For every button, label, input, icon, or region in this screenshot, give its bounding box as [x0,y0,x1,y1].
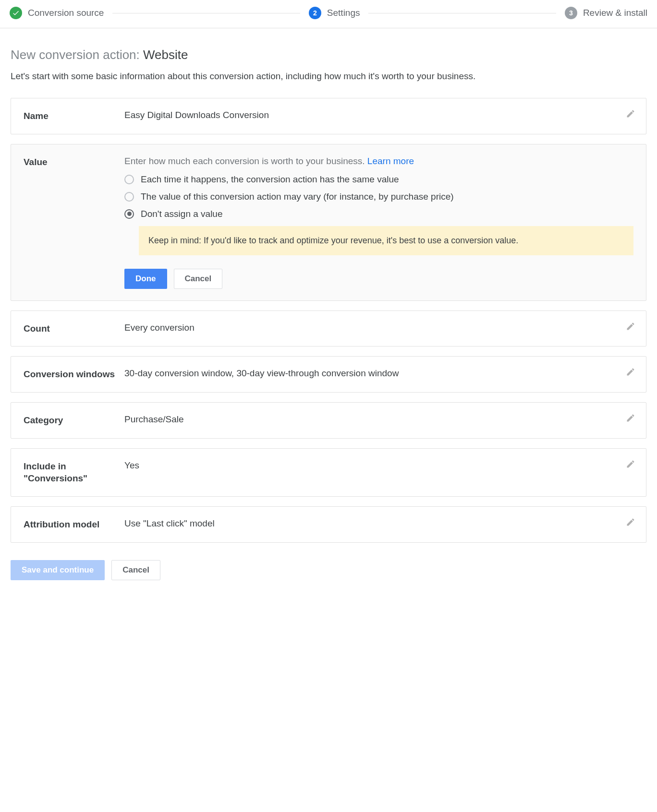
step-separator [368,13,556,13]
card-value: Yes [124,460,633,471]
card-count[interactable]: Count Every conversion [11,310,646,347]
card-label: Name [24,110,124,122]
page-title: New conversion action: Website [11,48,646,62]
card-value: Purchase/Sale [124,414,633,425]
pencil-icon[interactable] [626,459,635,471]
page-body: New conversion action: Website Let's sta… [0,28,657,599]
card-value: Use "Last click" model [124,518,633,529]
page-title-prefix: New conversion action: [11,48,143,62]
card-value: 30-day conversion window, 30-day view-th… [124,368,633,379]
card-value: Easy Digital Downloads Conversion [124,110,633,120]
step-number-pending: 3 [565,7,577,19]
pencil-icon[interactable] [626,413,635,425]
radio-icon [124,209,134,219]
card-label: Include in "Conversions" [24,460,124,485]
step-review-install[interactable]: 3 Review & install [565,7,647,19]
card-label: Attribution model [24,518,124,531]
save-and-continue-button[interactable]: Save and continue [11,560,105,580]
card-label: Count [24,322,124,335]
footer-actions: Save and continue Cancel [11,560,646,580]
stepper: Conversion source 2 Settings 3 Review & … [0,0,657,28]
step-label: Settings [327,8,360,18]
card-label: Category [24,414,124,427]
check-icon [10,7,22,19]
step-label: Review & install [583,8,647,18]
step-settings[interactable]: 2 Settings [309,7,360,19]
radio-label: The value of this conversion action may … [141,191,454,202]
card-label: Value [24,156,124,168]
note-box: Keep in mind: If you'd like to track and… [139,226,633,255]
radio-icon [124,175,134,184]
learn-more-link[interactable]: Learn more [367,156,414,166]
radio-icon [124,192,134,202]
card-value: Every conversion [124,322,633,333]
cancel-button[interactable]: Cancel [111,560,160,580]
step-number-active: 2 [309,7,321,19]
card-label: Conversion windows [24,368,124,381]
card-value: Value Enter how much each conversion is … [11,144,646,301]
radio-label: Each time it happens, the conversion act… [141,174,399,185]
card-attribution-model[interactable]: Attribution model Use "Last click" model [11,506,646,543]
pencil-icon[interactable] [626,367,635,379]
card-category[interactable]: Category Purchase/Sale [11,402,646,439]
value-hint: Enter how much each conversion is worth … [124,156,633,167]
page-subtitle: Let's start with some basic information … [11,71,646,82]
pencil-icon[interactable] [626,109,635,121]
step-separator [112,13,300,13]
value-hint-text: Enter how much each conversion is worth … [124,156,367,166]
pencil-icon[interactable] [626,517,635,529]
card-name[interactable]: Name Easy Digital Downloads Conversion [11,98,646,134]
card-include-in-conversions[interactable]: Include in "Conversions" Yes [11,448,646,497]
step-conversion-source[interactable]: Conversion source [10,7,104,19]
radio-no-value[interactable]: Don't assign a value [124,209,633,219]
cancel-button[interactable]: Cancel [174,269,223,289]
page-title-value: Website [143,48,188,62]
pencil-icon[interactable] [626,322,635,334]
card-conversion-windows[interactable]: Conversion windows 30-day conversion win… [11,356,646,393]
done-button[interactable]: Done [124,269,167,289]
radio-same-value[interactable]: Each time it happens, the conversion act… [124,174,633,185]
radio-variable-value[interactable]: The value of this conversion action may … [124,191,633,202]
step-label: Conversion source [28,8,104,18]
radio-label: Don't assign a value [141,209,223,219]
